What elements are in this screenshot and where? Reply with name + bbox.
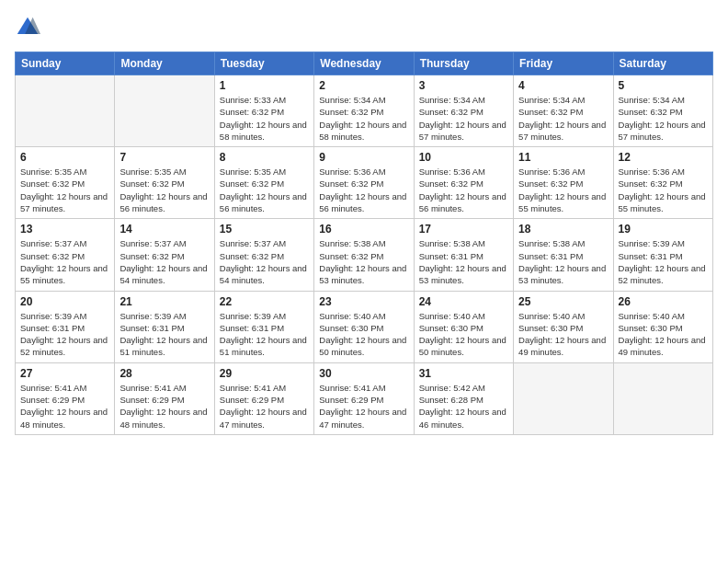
calendar-day-cell: 6Sunrise: 5:35 AM Sunset: 6:32 PM Daylig… xyxy=(16,147,115,219)
day-number: 21 xyxy=(119,295,209,308)
day-info: Sunrise: 5:41 AM Sunset: 6:29 PM Dayligh… xyxy=(20,382,109,431)
day-number: 8 xyxy=(220,151,309,164)
day-number: 6 xyxy=(20,151,109,164)
calendar-day-cell: 8Sunrise: 5:35 AM Sunset: 6:32 PM Daylig… xyxy=(214,147,313,219)
calendar-day-cell xyxy=(514,362,613,434)
day-info: Sunrise: 5:34 AM Sunset: 6:32 PM Dayligh… xyxy=(518,94,608,143)
calendar-day-cell: 3Sunrise: 5:34 AM Sunset: 6:32 PM Daylig… xyxy=(414,75,513,147)
day-info: Sunrise: 5:34 AM Sunset: 6:32 PM Dayligh… xyxy=(619,94,708,143)
day-number: 15 xyxy=(220,223,309,236)
calendar-day-cell: 20Sunrise: 5:39 AM Sunset: 6:31 PM Dayli… xyxy=(16,291,115,362)
calendar-day-cell: 27Sunrise: 5:41 AM Sunset: 6:29 PM Dayli… xyxy=(16,362,115,434)
day-info: Sunrise: 5:34 AM Sunset: 6:32 PM Dayligh… xyxy=(319,94,408,143)
day-of-week-header: Wednesday xyxy=(314,52,414,75)
day-of-week-header: Friday xyxy=(514,52,613,75)
day-number: 25 xyxy=(518,295,608,308)
day-number: 16 xyxy=(319,223,408,236)
day-info: Sunrise: 5:38 AM Sunset: 6:31 PM Dayligh… xyxy=(419,237,508,286)
day-of-week-header: Tuesday xyxy=(214,52,313,75)
day-info: Sunrise: 5:33 AM Sunset: 6:32 PM Dayligh… xyxy=(220,94,309,143)
day-number: 2 xyxy=(319,79,408,92)
calendar-day-cell: 23Sunrise: 5:40 AM Sunset: 6:30 PM Dayli… xyxy=(314,291,414,362)
day-info: Sunrise: 5:35 AM Sunset: 6:32 PM Dayligh… xyxy=(20,166,109,214)
logo-icon xyxy=(15,15,40,40)
calendar-day-cell: 22Sunrise: 5:39 AM Sunset: 6:31 PM Dayli… xyxy=(214,291,313,362)
day-info: Sunrise: 5:42 AM Sunset: 6:28 PM Dayligh… xyxy=(419,382,508,431)
day-number: 9 xyxy=(319,151,408,164)
calendar-day-cell: 15Sunrise: 5:37 AM Sunset: 6:32 PM Dayli… xyxy=(214,219,313,291)
day-of-week-header: Sunday xyxy=(16,52,115,75)
day-number: 29 xyxy=(220,367,309,380)
day-number: 24 xyxy=(419,295,508,308)
calendar-day-cell: 11Sunrise: 5:36 AM Sunset: 6:32 PM Dayli… xyxy=(514,147,613,219)
day-of-week-header: Monday xyxy=(115,52,214,75)
day-info: Sunrise: 5:36 AM Sunset: 6:32 PM Dayligh… xyxy=(419,166,508,214)
calendar-day-cell: 24Sunrise: 5:40 AM Sunset: 6:30 PM Dayli… xyxy=(414,291,513,362)
day-info: Sunrise: 5:40 AM Sunset: 6:30 PM Dayligh… xyxy=(619,310,708,359)
day-info: Sunrise: 5:35 AM Sunset: 6:32 PM Dayligh… xyxy=(220,166,309,214)
calendar-week-row: 27Sunrise: 5:41 AM Sunset: 6:29 PM Dayli… xyxy=(16,362,713,434)
day-info: Sunrise: 5:40 AM Sunset: 6:30 PM Dayligh… xyxy=(419,310,508,359)
calendar-table: SundayMondayTuesdayWednesdayThursdayFrid… xyxy=(15,52,713,435)
calendar-day-cell: 26Sunrise: 5:40 AM Sunset: 6:30 PM Dayli… xyxy=(613,291,712,362)
day-number: 18 xyxy=(518,223,608,236)
day-info: Sunrise: 5:37 AM Sunset: 6:32 PM Dayligh… xyxy=(119,237,209,286)
calendar-week-row: 1Sunrise: 5:33 AM Sunset: 6:32 PM Daylig… xyxy=(16,75,713,147)
day-number: 30 xyxy=(319,367,408,380)
calendar-day-cell: 7Sunrise: 5:35 AM Sunset: 6:32 PM Daylig… xyxy=(115,147,214,219)
calendar-week-row: 20Sunrise: 5:39 AM Sunset: 6:31 PM Dayli… xyxy=(16,291,713,362)
day-info: Sunrise: 5:38 AM Sunset: 6:32 PM Dayligh… xyxy=(319,237,408,286)
calendar-day-cell: 16Sunrise: 5:38 AM Sunset: 6:32 PM Dayli… xyxy=(314,219,414,291)
logo xyxy=(15,15,44,40)
calendar-week-row: 13Sunrise: 5:37 AM Sunset: 6:32 PM Dayli… xyxy=(16,219,713,291)
day-number: 20 xyxy=(20,295,109,308)
day-of-week-header: Thursday xyxy=(414,52,513,75)
calendar-day-cell: 30Sunrise: 5:41 AM Sunset: 6:29 PM Dayli… xyxy=(314,362,414,434)
calendar-day-cell: 18Sunrise: 5:38 AM Sunset: 6:31 PM Dayli… xyxy=(514,219,613,291)
calendar-day-cell xyxy=(613,362,712,434)
day-info: Sunrise: 5:41 AM Sunset: 6:29 PM Dayligh… xyxy=(220,382,309,431)
calendar-day-cell: 9Sunrise: 5:36 AM Sunset: 6:32 PM Daylig… xyxy=(314,147,414,219)
day-number: 13 xyxy=(20,223,109,236)
day-info: Sunrise: 5:39 AM Sunset: 6:31 PM Dayligh… xyxy=(119,310,209,359)
day-number: 12 xyxy=(619,151,708,164)
day-number: 7 xyxy=(119,151,209,164)
day-number: 17 xyxy=(419,223,508,236)
calendar-day-cell: 19Sunrise: 5:39 AM Sunset: 6:31 PM Dayli… xyxy=(613,219,712,291)
day-info: Sunrise: 5:37 AM Sunset: 6:32 PM Dayligh… xyxy=(20,237,109,286)
day-number: 14 xyxy=(119,223,209,236)
calendar-day-cell: 17Sunrise: 5:38 AM Sunset: 6:31 PM Dayli… xyxy=(414,219,513,291)
calendar-day-cell: 1Sunrise: 5:33 AM Sunset: 6:32 PM Daylig… xyxy=(214,75,313,147)
day-info: Sunrise: 5:37 AM Sunset: 6:32 PM Dayligh… xyxy=(220,237,309,286)
day-number: 4 xyxy=(518,79,608,92)
day-number: 3 xyxy=(419,79,508,92)
day-number: 19 xyxy=(619,223,708,236)
day-info: Sunrise: 5:38 AM Sunset: 6:31 PM Dayligh… xyxy=(518,237,608,286)
calendar-day-cell: 2Sunrise: 5:34 AM Sunset: 6:32 PM Daylig… xyxy=(314,75,414,147)
page-header xyxy=(15,15,713,40)
day-number: 10 xyxy=(419,151,508,164)
day-info: Sunrise: 5:36 AM Sunset: 6:32 PM Dayligh… xyxy=(518,166,608,214)
day-number: 11 xyxy=(518,151,608,164)
calendar-day-cell: 29Sunrise: 5:41 AM Sunset: 6:29 PM Dayli… xyxy=(214,362,313,434)
day-info: Sunrise: 5:41 AM Sunset: 6:29 PM Dayligh… xyxy=(319,382,408,431)
calendar-day-cell: 25Sunrise: 5:40 AM Sunset: 6:30 PM Dayli… xyxy=(514,291,613,362)
day-number: 26 xyxy=(619,295,708,308)
calendar-day-cell: 5Sunrise: 5:34 AM Sunset: 6:32 PM Daylig… xyxy=(613,75,712,147)
calendar-header-row: SundayMondayTuesdayWednesdayThursdayFrid… xyxy=(16,52,713,75)
calendar-day-cell: 21Sunrise: 5:39 AM Sunset: 6:31 PM Dayli… xyxy=(115,291,214,362)
day-info: Sunrise: 5:35 AM Sunset: 6:32 PM Dayligh… xyxy=(119,166,209,214)
day-info: Sunrise: 5:39 AM Sunset: 6:31 PM Dayligh… xyxy=(619,237,708,286)
calendar-day-cell: 14Sunrise: 5:37 AM Sunset: 6:32 PM Dayli… xyxy=(115,219,214,291)
calendar-day-cell: 4Sunrise: 5:34 AM Sunset: 6:32 PM Daylig… xyxy=(514,75,613,147)
calendar-day-cell: 10Sunrise: 5:36 AM Sunset: 6:32 PM Dayli… xyxy=(414,147,513,219)
calendar-day-cell: 13Sunrise: 5:37 AM Sunset: 6:32 PM Dayli… xyxy=(16,219,115,291)
calendar-week-row: 6Sunrise: 5:35 AM Sunset: 6:32 PM Daylig… xyxy=(16,147,713,219)
day-info: Sunrise: 5:40 AM Sunset: 6:30 PM Dayligh… xyxy=(518,310,608,359)
calendar-day-cell: 28Sunrise: 5:41 AM Sunset: 6:29 PM Dayli… xyxy=(115,362,214,434)
calendar-day-cell: 12Sunrise: 5:36 AM Sunset: 6:32 PM Dayli… xyxy=(613,147,712,219)
day-number: 31 xyxy=(419,367,508,380)
day-info: Sunrise: 5:40 AM Sunset: 6:30 PM Dayligh… xyxy=(319,310,408,359)
day-info: Sunrise: 5:39 AM Sunset: 6:31 PM Dayligh… xyxy=(220,310,309,359)
day-number: 22 xyxy=(220,295,309,308)
